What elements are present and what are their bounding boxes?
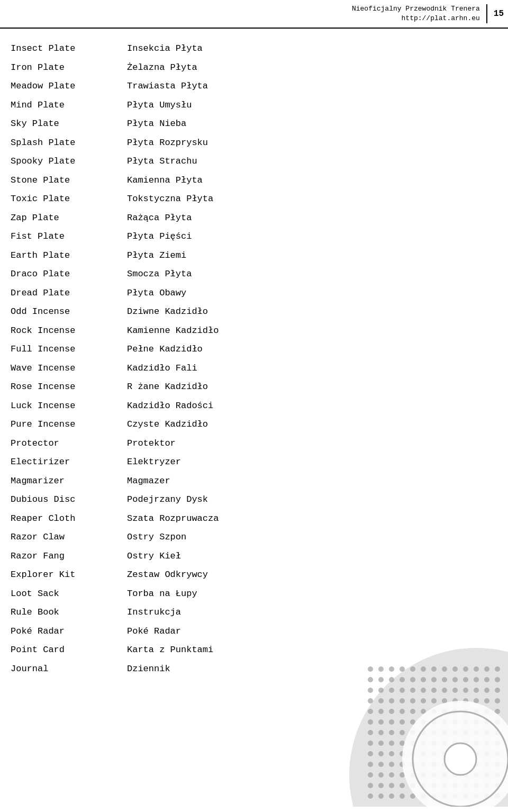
table-row: Rule BookInstrukcja xyxy=(11,603,497,622)
item-polish: Kamienne Kadzidło xyxy=(127,321,497,340)
table-row: Fist PlatePłyta Pięści xyxy=(11,227,497,246)
svg-point-5 xyxy=(410,666,415,672)
item-polish: Żelazna Płyta xyxy=(127,58,497,77)
svg-point-56 xyxy=(400,709,405,714)
main-content: Insect PlateInsekcia PłytaIron PlateŻela… xyxy=(0,39,508,678)
item-polish: Protektor xyxy=(127,434,497,453)
table-row: Pure IncenseCzyste Kadzidło xyxy=(11,415,497,434)
item-english: Spooky Plate xyxy=(11,152,127,171)
item-polish: Czyste Kadzidło xyxy=(127,415,497,434)
table-row: Loot SackTorba na Łupy xyxy=(11,584,497,603)
svg-point-4 xyxy=(400,666,405,672)
svg-point-119 xyxy=(378,762,384,767)
svg-point-1 xyxy=(368,666,373,672)
svg-point-12 xyxy=(484,666,489,672)
item-english: Dubious Disc xyxy=(11,490,127,509)
svg-point-8 xyxy=(442,666,447,672)
table-row: Rock IncenseKamienne Kadzidło xyxy=(11,321,497,340)
item-polish: Pełne Kadzidło xyxy=(127,340,497,359)
svg-point-145 xyxy=(378,783,384,788)
svg-point-22 xyxy=(452,677,458,682)
table-row: Rose IncenseR żane Kadzidło xyxy=(11,377,497,396)
table-row: Zap PlateRażąca Płyta xyxy=(11,209,497,228)
item-english: Poké Radar xyxy=(11,622,127,641)
svg-point-105 xyxy=(368,751,373,756)
page-header: Nieoficjalny Przewodnik Trenera http://p… xyxy=(0,0,508,29)
item-polish: Podejrzany Dysk xyxy=(127,490,497,509)
svg-point-20 xyxy=(431,677,437,682)
table-row: Draco PlateSmocza Płyta xyxy=(11,265,497,284)
svg-point-16 xyxy=(389,677,394,682)
svg-point-147 xyxy=(400,783,405,788)
item-polish: Kadzidło Fali xyxy=(127,359,497,378)
svg-point-133 xyxy=(389,772,394,778)
svg-point-80 xyxy=(378,730,384,735)
svg-point-6 xyxy=(421,666,426,672)
header-url: http://plat.arhn.eu xyxy=(402,14,480,22)
table-row: ElectirizerElektryzer xyxy=(11,453,497,472)
svg-point-120 xyxy=(389,762,394,767)
table-row: Meadow PlateTrawiasta Płyta xyxy=(11,77,497,96)
svg-point-44 xyxy=(410,698,415,703)
item-polish: Instrukcja xyxy=(127,603,497,622)
item-english: Point Card xyxy=(11,640,127,660)
svg-point-57 xyxy=(410,709,415,714)
item-english: Dread Plate xyxy=(11,284,127,303)
header-info: Nieoficjalny Przewodnik Trenera http://p… xyxy=(352,4,486,23)
item-english: Explorer Kit xyxy=(11,565,127,584)
svg-point-30 xyxy=(400,688,405,693)
svg-point-107 xyxy=(389,751,394,756)
item-polish: Szata Rozpruwacza xyxy=(127,509,497,528)
item-english: Sky Plate xyxy=(11,114,127,133)
table-row: Iron PlateŻelazna Płyta xyxy=(11,58,497,77)
item-polish: Ostry Kieł xyxy=(127,547,497,566)
svg-point-17 xyxy=(400,677,405,682)
item-english: Rock Incense xyxy=(11,321,127,340)
table-row: Luck IncenseKadzidło Radości xyxy=(11,396,497,416)
item-english: Toxic Plate xyxy=(11,190,127,209)
svg-point-69 xyxy=(400,719,405,725)
item-english: Journal xyxy=(11,660,127,679)
table-row: Toxic PlateTokstyczna Płyta xyxy=(11,190,497,209)
svg-point-15 xyxy=(378,677,384,682)
table-row: Dread PlatePłyta Obawy xyxy=(11,284,497,303)
svg-point-46 xyxy=(431,698,437,703)
svg-point-93 xyxy=(378,741,384,746)
item-english: Zap Plate xyxy=(11,209,127,228)
table-row: Odd IncenseDziwne Kadzidło xyxy=(11,302,497,321)
item-english: Magmarizer xyxy=(11,472,127,491)
svg-point-67 xyxy=(378,719,384,725)
item-english: Iron Plate xyxy=(11,58,127,77)
svg-point-82 xyxy=(400,730,405,735)
svg-point-29 xyxy=(389,688,394,693)
svg-point-7 xyxy=(431,666,437,672)
item-english: Loot Sack xyxy=(11,584,127,603)
svg-point-26 xyxy=(495,677,500,682)
svg-point-37 xyxy=(474,688,479,693)
item-english: Earth Plate xyxy=(11,246,127,265)
item-english: Draco Plate xyxy=(11,265,127,284)
item-english: Stone Plate xyxy=(11,171,127,190)
svg-point-172 xyxy=(444,743,476,775)
table-row: Reaper ClothSzata Rozpruwacza xyxy=(11,509,497,528)
svg-point-19 xyxy=(421,677,426,682)
item-english: Razor Fang xyxy=(11,547,127,566)
svg-point-31 xyxy=(410,688,415,693)
svg-point-160 xyxy=(400,793,405,799)
item-polish: Kadzidło Radości xyxy=(127,396,497,416)
svg-point-39 xyxy=(495,688,500,693)
svg-point-38 xyxy=(484,688,489,693)
item-english: Odd Incense xyxy=(11,302,127,321)
svg-point-66 xyxy=(368,719,373,725)
item-polish: Insekcia Płyta xyxy=(127,39,497,58)
item-polish: Kamienna Płyta xyxy=(127,171,497,190)
svg-point-2 xyxy=(378,666,384,672)
item-english: Protector xyxy=(11,434,127,453)
item-english: Insect Plate xyxy=(11,39,127,58)
svg-point-36 xyxy=(463,688,468,693)
svg-point-144 xyxy=(368,783,373,788)
svg-point-94 xyxy=(389,741,394,746)
table-row: Spooky PlatePłyta Strachu xyxy=(11,152,497,171)
item-english: Fist Plate xyxy=(11,227,127,246)
item-english: Mind Plate xyxy=(11,96,127,115)
